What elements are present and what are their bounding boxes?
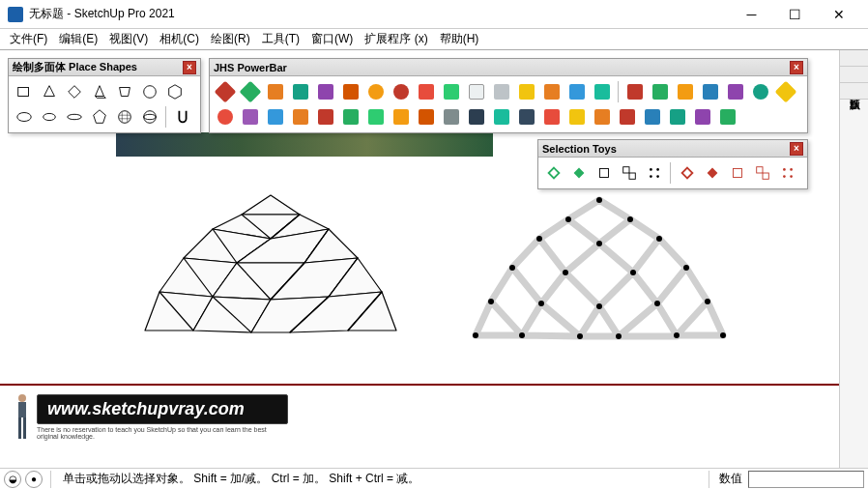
jhs-tool-42-icon[interactable] <box>666 105 689 129</box>
sel-dots-icon[interactable] <box>643 161 666 185</box>
jhs-tool-37-icon[interactable] <box>540 105 564 129</box>
jhs-tool-4-icon[interactable] <box>289 80 312 103</box>
shape-geosphere-icon[interactable] <box>113 105 136 129</box>
shape-circle-icon[interactable] <box>138 80 161 103</box>
toolbar-selection-toys[interactable]: Selection Toys × <box>537 139 808 189</box>
shape-magnet-icon[interactable] <box>171 105 194 129</box>
shape-cup-icon[interactable] <box>113 80 136 103</box>
jhs-tool-20-icon[interactable] <box>699 80 722 103</box>
jhs-tool-38-icon[interactable] <box>565 105 589 129</box>
jhs-tool-11-icon[interactable] <box>465 80 488 103</box>
jhs-tool-39-icon[interactable] <box>591 105 614 129</box>
shape-rhombus-icon[interactable] <box>63 80 86 103</box>
value-input[interactable] <box>748 471 864 488</box>
jhs-tool-16-icon[interactable] <box>591 80 614 103</box>
jhs-tool-29-icon[interactable] <box>339 105 362 129</box>
shape-sphere2-icon[interactable] <box>138 105 161 129</box>
jhs-tool-26-icon[interactable] <box>264 105 287 129</box>
sel-dots-red-icon[interactable] <box>776 161 799 185</box>
sel-face-red-icon[interactable] <box>676 161 699 185</box>
menu-extensions[interactable]: 扩展程序 (x) <box>359 29 433 49</box>
jhs-tool-2-icon[interactable] <box>239 80 262 103</box>
jhs-tool-19-icon[interactable] <box>674 80 697 103</box>
geo-toggle-icon[interactable]: ◒ <box>4 471 21 488</box>
toolbar-close-button[interactable]: × <box>790 61 803 74</box>
shape-ellipse-icon[interactable] <box>13 105 36 129</box>
svg-point-53 <box>144 86 157 99</box>
jhs-tool-15-icon[interactable] <box>565 80 589 103</box>
jhs-tool-1-icon[interactable] <box>214 80 237 103</box>
shape-prism-icon[interactable] <box>88 80 111 103</box>
sel-cube-red-icon[interactable] <box>726 161 749 185</box>
jhs-tool-25-icon[interactable] <box>239 105 262 129</box>
toolbar-jhs-powerbar[interactable]: JHS PowerBar × <box>209 58 808 133</box>
svg-point-57 <box>119 111 131 124</box>
tray-shadows[interactable]: 阴影 <box>840 67 868 83</box>
svg-point-55 <box>43 113 56 120</box>
shape-oval-icon[interactable] <box>38 105 61 129</box>
jhs-tool-5-icon[interactable] <box>314 80 337 103</box>
svg-rect-62 <box>629 173 635 179</box>
jhs-tool-8-icon[interactable] <box>390 80 413 103</box>
person-toggle-icon[interactable]: ● <box>25 471 43 488</box>
jhs-tool-43-icon[interactable] <box>691 105 714 129</box>
tray-default[interactable]: 默认面板 <box>840 83 868 100</box>
sel-cubes-icon[interactable] <box>618 161 641 185</box>
jhs-tool-7-icon[interactable] <box>364 80 388 103</box>
sel-face-icon[interactable] <box>542 161 565 185</box>
toolbar-place-shapes[interactable]: 绘制多面体 Place Shapes × <box>8 58 201 133</box>
jhs-tool-24-icon[interactable] <box>214 105 237 129</box>
menu-camera[interactable]: 相机(C) <box>154 29 205 49</box>
sel-face-fill-icon[interactable] <box>567 161 591 185</box>
shape-hexagon-icon[interactable] <box>163 80 187 103</box>
jhs-tool-32-icon[interactable] <box>415 105 438 129</box>
jhs-tool-36-icon[interactable] <box>515 105 538 129</box>
minimize-button[interactable]: ─ <box>730 0 773 29</box>
svg-rect-49 <box>18 402 26 417</box>
jhs-tool-34-icon[interactable] <box>465 105 488 129</box>
jhs-tool-40-icon[interactable] <box>616 105 639 129</box>
jhs-tool-23-icon[interactable] <box>774 80 797 103</box>
menu-edit[interactable]: 编辑(E) <box>53 29 103 49</box>
shape-polyhedron-icon[interactable] <box>88 105 111 129</box>
svg-point-59 <box>144 114 157 119</box>
toolbar-close-button[interactable]: × <box>183 61 196 74</box>
jhs-tool-13-icon[interactable] <box>515 80 538 103</box>
menu-file[interactable]: 文件(F) <box>4 29 53 49</box>
jhs-tool-17-icon[interactable] <box>623 80 647 103</box>
jhs-tool-10-icon[interactable] <box>440 80 463 103</box>
menu-view[interactable]: 视图(V) <box>103 29 154 49</box>
svg-point-34 <box>683 265 689 271</box>
sel-cubes-red-icon[interactable] <box>751 161 774 185</box>
jhs-tool-35-icon[interactable] <box>490 105 513 129</box>
jhs-tool-30-icon[interactable] <box>364 105 388 129</box>
shape-box-icon[interactable] <box>13 80 36 103</box>
shape-cone-icon[interactable] <box>38 80 61 103</box>
menu-tools[interactable]: 工具(T) <box>256 29 305 49</box>
viewport[interactable]: www.sketchupvray.com There is no reserva… <box>0 50 839 468</box>
sel-cube-icon[interactable] <box>593 161 616 185</box>
tray-styles[interactable]: 样式 <box>840 50 868 67</box>
jhs-tool-41-icon[interactable] <box>641 105 664 129</box>
jhs-tool-28-icon[interactable] <box>314 105 337 129</box>
menu-help[interactable]: 帮助(H) <box>434 29 485 49</box>
jhs-tool-27-icon[interactable] <box>289 105 312 129</box>
jhs-tool-18-icon[interactable] <box>649 80 672 103</box>
jhs-tool-31-icon[interactable] <box>390 105 413 129</box>
toolbar-close-button[interactable]: × <box>790 142 803 156</box>
jhs-tool-12-icon[interactable] <box>490 80 513 103</box>
jhs-tool-21-icon[interactable] <box>724 80 747 103</box>
menu-draw[interactable]: 绘图(R) <box>205 29 256 49</box>
shape-flatellipse-icon[interactable] <box>63 105 86 129</box>
close-button[interactable]: ✕ <box>817 0 860 29</box>
jhs-tool-14-icon[interactable] <box>540 80 564 103</box>
jhs-tool-3-icon[interactable] <box>264 80 287 103</box>
maximize-button[interactable]: ☐ <box>773 0 817 29</box>
jhs-tool-33-icon[interactable] <box>440 105 463 129</box>
jhs-tool-22-icon[interactable] <box>749 80 772 103</box>
sel-face-red-fill-icon[interactable] <box>701 161 724 185</box>
jhs-tool-44-icon[interactable] <box>716 105 739 129</box>
jhs-tool-9-icon[interactable] <box>415 80 438 103</box>
menu-window[interactable]: 窗口(W) <box>305 29 359 49</box>
jhs-tool-6-icon[interactable] <box>339 80 362 103</box>
